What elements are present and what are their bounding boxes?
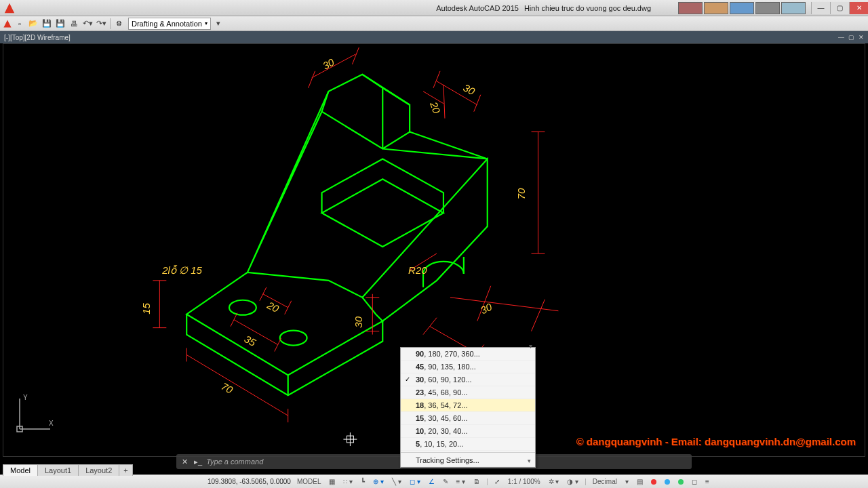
polar-angle-option[interactable]: 15, 30, 45, 60...	[401, 412, 535, 425]
task-tile[interactable]	[781, 2, 806, 14]
svg-text:35: 35	[243, 333, 258, 348]
titlebar: Autodesk AutoCAD 2015 Hinh chieu truc do…	[0, 0, 868, 16]
polar-angle-option[interactable]: 23, 45, 68, 90...	[401, 386, 535, 399]
workspace-icon[interactable]: ⚙	[113, 18, 124, 29]
qp-icon[interactable]: ▤	[635, 478, 645, 485]
task-tiles	[678, 2, 806, 14]
dot3-icon[interactable]	[676, 479, 686, 485]
status-person-icon[interactable]: ◑ ▾	[565, 478, 580, 485]
polar-angle-option[interactable]: 45, 90, 135, 180...	[401, 361, 535, 373]
svg-text:R20: R20	[408, 264, 427, 276]
task-tile[interactable]	[704, 2, 728, 14]
watermark: © dangquangvinh - Email: dangquangvinh.d…	[576, 436, 856, 447]
task-tile[interactable]	[678, 2, 703, 14]
polar-angle-option[interactable]: 10, 20, 30, 40...	[401, 425, 535, 438]
osnap-icon[interactable]: ◻ ▾	[408, 478, 422, 485]
dimension-text: 30 30 20 70 30 90 15 70 30 20 35 2lỗ ∅ 1…	[140, 56, 526, 396]
workspace-dropdown[interactable]: Drafting & Annotation ▾	[128, 18, 211, 30]
polar-angle-option[interactable]: ✓30, 60, 90, 120...	[401, 373, 535, 386]
open-icon[interactable]: 📂	[27, 18, 39, 29]
task-tile[interactable]	[730, 2, 754, 14]
status-units[interactable]: Decimal	[591, 478, 619, 485]
tab-model[interactable]: Model	[3, 464, 38, 476]
tab-add[interactable]: +	[119, 464, 132, 476]
viewport-header-label[interactable]: [-][Top][2D Wireframe]	[4, 34, 71, 41]
status-space[interactable]: MODEL	[295, 478, 323, 485]
maximize-button[interactable]: ▢	[830, 2, 849, 14]
doc-title: Hinh chieu truc do vuong goc deu.dwg	[524, 4, 651, 12]
quick-access-toolbar: ▫ 📂 💾 💾 🖶 ↶▾ ↷▾ ⚙ Drafting & Annotation …	[0, 16, 868, 31]
custom-icon[interactable]: ≡	[703, 478, 711, 485]
dyn-icon[interactable]: ✎	[441, 478, 450, 485]
new-icon[interactable]: ▫	[14, 18, 26, 29]
vp-close-icon[interactable]: ✕	[859, 34, 864, 41]
status-bar: 109.3808, -63.5065, 0.0000 MODEL ▦ ∷ ▾ ┗…	[0, 474, 868, 488]
workspace-label: Drafting & Annotation	[132, 20, 202, 28]
clean-icon[interactable]: ◻	[690, 478, 699, 485]
chevron-down-icon: ▾	[205, 20, 208, 26]
polar-angle-option[interactable]: 18, 36, 54, 72...	[401, 399, 535, 412]
tpy-icon[interactable]: 🗎	[471, 478, 482, 485]
svg-text:30: 30	[353, 316, 364, 327]
command-close-icon[interactable]: ✕	[179, 458, 190, 466]
app-logo-icon	[3, 2, 16, 14]
grid-icon[interactable]: ▦	[327, 478, 337, 485]
app-title: Autodesk AutoCAD 2015	[436, 4, 519, 12]
otrack-icon[interactable]: ∠	[427, 478, 437, 485]
polar-angle-option[interactable]: 90, 180, 270, 360...	[401, 348, 535, 361]
print-icon[interactable]: 🖶	[68, 18, 80, 29]
undo-icon[interactable]: ↶▾	[81, 18, 94, 29]
ucs-icon: Y X	[9, 392, 57, 441]
tab-layout2[interactable]: Layout2	[78, 464, 119, 476]
polar-angle-menu[interactable]: ▾ 90, 180, 270, 360...45, 90, 135, 180..…	[400, 347, 536, 468]
workspace-more-icon[interactable]: ▾	[212, 18, 224, 29]
snap-icon[interactable]: ∷ ▾	[341, 478, 355, 485]
iso-icon[interactable]: ╲ ▾	[390, 478, 403, 485]
svg-text:30: 30	[461, 81, 477, 97]
status-coords: 109.3808, -63.5065, 0.0000	[208, 478, 291, 485]
vp-min-icon[interactable]: —	[838, 34, 844, 41]
close-button[interactable]: ✕	[849, 2, 868, 14]
task-tile[interactable]	[755, 2, 780, 14]
status-scale[interactable]: 1:1 / 100%	[506, 478, 542, 485]
svg-text:30: 30	[479, 301, 494, 317]
redo-icon[interactable]: ↷▾	[95, 18, 107, 29]
gear-icon[interactable]: ✲ ▾	[547, 478, 561, 485]
app-menu-icon[interactable]	[3, 19, 12, 28]
svg-text:70: 70	[515, 188, 527, 199]
tab-layout1[interactable]: Layout1	[37, 464, 79, 476]
svg-text:2lỗ ∅ 15: 2lỗ ∅ 15	[161, 264, 202, 276]
svg-text:20: 20	[265, 299, 281, 315]
dot2-icon[interactable]	[663, 479, 672, 485]
lwt-icon[interactable]: ≡ ▾	[454, 478, 468, 485]
saveas-icon[interactable]: 💾	[54, 18, 66, 29]
dot1-icon[interactable]	[649, 479, 658, 485]
save-icon[interactable]: 💾	[41, 18, 53, 29]
polar-icon[interactable]: ⊕ ▾	[371, 478, 386, 485]
tracking-settings[interactable]: Tracking Settings...	[401, 454, 535, 467]
layout-tabs: Model Layout1 Layout2 +	[3, 464, 132, 476]
command-prompt-icon: ▸_	[194, 458, 202, 466]
svg-text:X: X	[49, 420, 54, 427]
svg-point-1	[280, 331, 307, 346]
vp-max-icon[interactable]: ▢	[848, 34, 854, 41]
minimize-button[interactable]: —	[811, 2, 830, 14]
viewport-header: [-][Top][2D Wireframe] — ▢ ✕	[0, 31, 868, 43]
ortho-icon[interactable]: ┗	[359, 478, 367, 485]
sc-icon[interactable]: ⤢	[492, 478, 502, 485]
svg-text:15: 15	[140, 302, 152, 314]
svg-point-0	[229, 300, 256, 315]
svg-text:30: 30	[321, 56, 336, 71]
svg-text:Y: Y	[23, 394, 28, 401]
polar-angle-option[interactable]: 5, 10, 15, 20...	[401, 438, 535, 451]
